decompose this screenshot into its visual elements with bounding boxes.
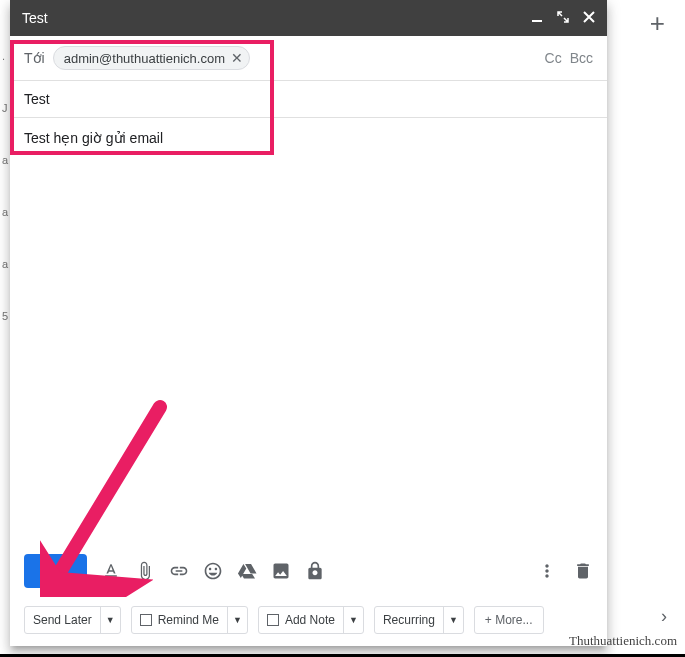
compose-window: Test Tới admin@thuthuattienich.com ✕ Cc … — [10, 0, 607, 646]
remind-me-button[interactable]: Remind Me ▼ — [131, 606, 248, 634]
compose-header[interactable]: Test — [10, 0, 607, 36]
more-button[interactable]: + More... — [474, 606, 544, 634]
lock-clock-icon[interactable] — [305, 561, 325, 581]
expand-icon[interactable] — [557, 11, 569, 25]
minimize-icon[interactable] — [531, 11, 543, 25]
remind-me-dropdown[interactable]: ▼ — [227, 607, 247, 633]
chip-remove-icon[interactable]: ✕ — [231, 50, 243, 66]
svg-rect-0 — [532, 20, 542, 22]
format-toolbar: Gửi — [10, 544, 607, 598]
delete-icon[interactable] — [573, 561, 593, 581]
window-controls — [531, 11, 595, 25]
send-button[interactable]: Gửi — [24, 554, 87, 588]
more-options-icon[interactable] — [537, 561, 557, 581]
to-field-row[interactable]: Tới admin@thuthuattienich.com ✕ Cc Bcc — [10, 36, 607, 81]
recurring-dropdown[interactable]: ▼ — [443, 607, 463, 633]
checkbox-icon — [140, 614, 152, 626]
add-note-dropdown[interactable]: ▼ — [343, 607, 363, 633]
watermark: Thuthuattienich.com — [569, 633, 677, 649]
send-later-dropdown[interactable]: ▼ — [100, 607, 120, 633]
send-later-button[interactable]: Send Later ▼ — [24, 606, 121, 634]
recurring-button[interactable]: Recurring ▼ — [374, 606, 464, 634]
add-note-button[interactable]: Add Note ▼ — [258, 606, 364, 634]
bcc-button[interactable]: Bcc — [570, 50, 593, 66]
plus-icon[interactable]: + — [650, 8, 665, 39]
drive-icon[interactable] — [237, 561, 257, 581]
chevron-right-icon[interactable]: › — [661, 606, 667, 627]
cc-button[interactable]: Cc — [545, 50, 562, 66]
emoji-icon[interactable] — [203, 561, 223, 581]
link-icon[interactable] — [169, 561, 189, 581]
background-fragments: . Jaaa5 — [0, 50, 8, 362]
extension-action-bar: Send Later ▼ Remind Me ▼ Add Note ▼ Recu… — [10, 598, 607, 646]
close-icon[interactable] — [583, 11, 595, 25]
image-icon[interactable] — [271, 561, 291, 581]
email-body[interactable]: Test hẹn giờ gửi email — [10, 118, 607, 544]
compose-title: Test — [22, 10, 48, 26]
checkbox-icon — [267, 614, 279, 626]
chip-email: admin@thuthuattienich.com — [64, 51, 225, 66]
recipient-chip[interactable]: admin@thuthuattienich.com ✕ — [53, 46, 250, 70]
to-label: Tới — [24, 50, 45, 66]
subject-field[interactable]: Test — [10, 81, 607, 118]
attach-icon[interactable] — [135, 561, 155, 581]
format-icon[interactable] — [101, 561, 121, 581]
